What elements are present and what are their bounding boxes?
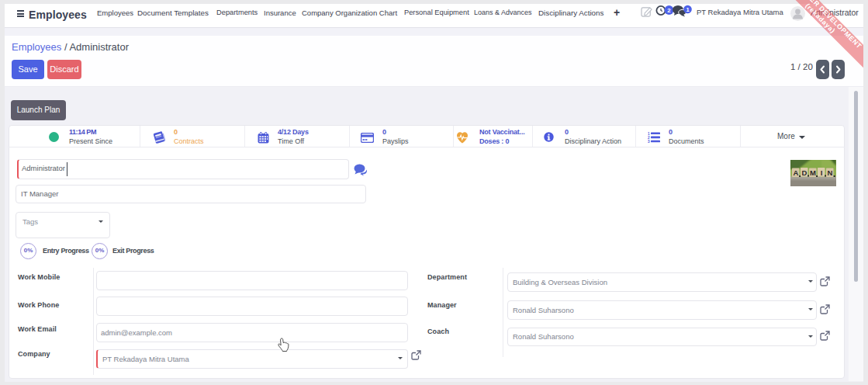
svg-text:3: 3 <box>648 140 650 144</box>
svg-text:N: N <box>828 168 833 177</box>
svg-text:I: I <box>821 168 823 177</box>
svg-text:1: 1 <box>686 6 689 13</box>
svg-text:A: A <box>794 168 799 177</box>
svg-text:M: M <box>810 168 816 177</box>
svg-text:2: 2 <box>667 7 671 14</box>
svg-text:D: D <box>802 168 807 177</box>
